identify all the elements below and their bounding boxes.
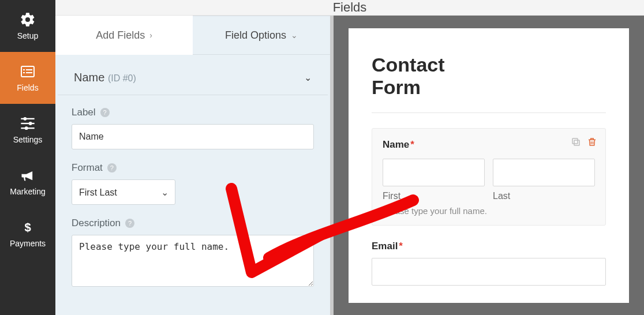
sidebar-item-label: Marketing	[10, 187, 45, 196]
required-mark: *	[410, 139, 414, 150]
svg-point-9	[29, 122, 32, 125]
svg-rect-13	[572, 138, 578, 144]
svg-rect-5	[21, 118, 34, 119]
preview-first-sublabel: First	[383, 191, 485, 201]
sidebar-item-label: Settings	[13, 135, 43, 144]
required-mark: *	[399, 241, 403, 252]
tab-add-fields[interactable]: Add Fields ›	[55, 16, 193, 55]
label-for-label: Label	[72, 107, 96, 118]
trash-icon[interactable]	[587, 137, 597, 147]
sidebar-item-label: Fields	[17, 83, 38, 92]
preview-field-name[interactable]: Name* First Last Please type your full n…	[372, 128, 606, 226]
sidebar-item-fields[interactable]: Fields	[0, 52, 55, 104]
preview-email-input[interactable]	[372, 258, 606, 286]
sidebar-item-marketing[interactable]: Marketing	[0, 156, 55, 208]
preview-field-email[interactable]: Email*	[372, 241, 606, 286]
sliders-icon	[20, 115, 36, 132]
field-id-label: (ID #0)	[108, 73, 136, 83]
tab-label: Add Fields	[96, 29, 145, 42]
sidebar-item-setup[interactable]: Setup	[0, 0, 55, 52]
tab-label: Field Options	[225, 29, 286, 42]
main-sidebar: Setup Fields Settings Marketing $ Paymen…	[0, 0, 55, 315]
dollar-icon: $	[20, 219, 36, 235]
preview-email-label: Email	[372, 241, 398, 252]
divider	[372, 112, 606, 113]
svg-rect-6	[21, 123, 34, 124]
label-input[interactable]	[72, 124, 314, 149]
preview-name-label: Name	[383, 139, 409, 150]
svg-rect-1	[23, 69, 25, 70]
chevron-right-icon: ›	[149, 31, 152, 40]
svg-rect-4	[26, 72, 32, 73]
gear-icon	[20, 12, 36, 28]
format-select[interactable]: First Last	[72, 179, 175, 205]
bullhorn-icon	[20, 167, 36, 183]
label-for-description: Description	[72, 217, 121, 229]
tab-field-options[interactable]: Field Options ⌄	[193, 16, 330, 55]
svg-point-8	[23, 117, 27, 121]
preview-description: Please type your full name.	[383, 206, 595, 216]
help-icon[interactable]: ?	[100, 108, 110, 117]
sidebar-item-settings[interactable]: Settings	[0, 104, 55, 156]
page-title: Fields	[55, 0, 644, 16]
sidebar-item-label: Payments	[10, 239, 46, 248]
sidebar-item-payments[interactable]: $ Payments	[0, 208, 55, 260]
form-preview-wrapper: Contact Form	[334, 16, 644, 315]
svg-rect-12	[574, 140, 579, 145]
field-editor-panel: Add Fields › Field Options ⌄ Name (ID #0…	[55, 16, 334, 315]
help-icon[interactable]: ?	[125, 219, 134, 228]
preview-last-input[interactable]	[493, 159, 595, 186]
svg-rect-0	[21, 66, 34, 77]
form-title: Contact Form	[372, 54, 606, 99]
sidebar-item-label: Setup	[17, 31, 39, 40]
list-icon	[20, 63, 36, 80]
label-for-format: Format	[72, 162, 103, 174]
description-textarea[interactable]: Please type your full name.	[72, 235, 314, 287]
svg-rect-3	[23, 72, 25, 73]
svg-rect-2	[26, 69, 32, 70]
form-preview: Contact Form	[349, 28, 629, 303]
preview-first-input[interactable]	[383, 159, 485, 186]
preview-last-sublabel: Last	[493, 191, 595, 201]
chevron-down-icon: ⌄	[291, 31, 298, 40]
svg-point-10	[25, 126, 28, 130]
chevron-down-icon: ⌄	[304, 72, 312, 83]
svg-text:$: $	[24, 221, 31, 234]
field-section-header[interactable]: Name (ID #0) ⌄	[58, 55, 328, 95]
field-name-title: Name	[74, 71, 104, 84]
duplicate-icon[interactable]	[571, 137, 581, 147]
help-icon[interactable]: ?	[107, 163, 117, 172]
